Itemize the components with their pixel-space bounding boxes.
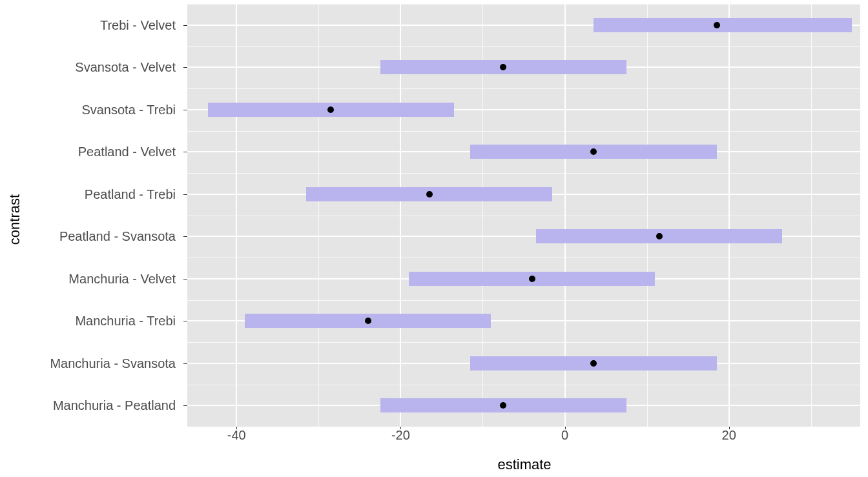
gridline-horizontal-minor xyxy=(187,173,860,174)
y-tick-mark xyxy=(183,321,187,321)
interval-bar xyxy=(594,18,852,32)
y-tick-label: Peatland - Velvet xyxy=(78,145,176,159)
estimate-point xyxy=(714,22,720,28)
x-tick-mark xyxy=(236,427,237,429)
gridline-horizontal-minor xyxy=(187,88,860,89)
gridline-horizontal-minor xyxy=(187,342,860,343)
gridline-horizontal-minor xyxy=(187,46,860,47)
plot-panel xyxy=(187,4,860,427)
chart-container: contrast Trebi - VelvetSvansota - Velvet… xyxy=(0,0,868,477)
y-tick-label: Manchuria - Velvet xyxy=(68,271,176,286)
estimate-point xyxy=(656,233,663,239)
gridline-horizontal-minor xyxy=(187,4,860,5)
y-tick-label: Peatland - Trebi xyxy=(85,187,176,201)
y-tick-mark xyxy=(183,194,187,195)
x-tick-label: 0 xyxy=(561,428,568,443)
x-axis-title: estimate xyxy=(187,456,862,473)
y-tick-label: Manchuria - Trebi xyxy=(75,314,176,329)
estimate-point xyxy=(426,191,433,198)
y-tick-label: Svansota - Trebi xyxy=(81,102,176,117)
gridline-horizontal-minor xyxy=(187,216,860,216)
gridline-horizontal-minor xyxy=(187,385,860,385)
y-tick-mark xyxy=(183,110,187,110)
x-tick-mark xyxy=(400,427,401,429)
y-tick-label: Svansota - Velvet xyxy=(75,60,176,75)
y-tick-mark xyxy=(183,236,187,237)
y-tick-mark xyxy=(183,405,187,406)
y-axis-title: contrast xyxy=(5,0,25,438)
estimate-point xyxy=(590,360,597,367)
estimate-point xyxy=(365,318,371,324)
y-tick-label: Manchuria - Svansota xyxy=(50,356,176,370)
gridline-horizontal-minor xyxy=(187,300,860,301)
gridline-horizontal-minor xyxy=(187,131,860,132)
estimate-point xyxy=(327,107,334,113)
estimate-point xyxy=(529,276,535,282)
x-tick-label: 20 xyxy=(722,428,736,443)
x-tick-mark xyxy=(729,427,730,429)
y-tick-mark xyxy=(183,25,187,26)
y-tick-labels: Trebi - VelvetSvansota - VelvetSvansota … xyxy=(26,4,181,427)
y-tick-mark xyxy=(183,67,187,68)
x-tick-labels: -40-20020 xyxy=(187,428,860,446)
gridline-horizontal-minor xyxy=(187,258,860,258)
y-tick-mark xyxy=(183,279,187,279)
gridline-horizontal-minor xyxy=(187,427,860,427)
estimate-point xyxy=(500,64,506,70)
y-tick-mark xyxy=(183,363,187,364)
y-tick-mark xyxy=(183,152,187,152)
estimate-point xyxy=(590,148,597,155)
y-tick-label: Trebi - Velvet xyxy=(100,17,176,32)
y-tick-label: Peatland - Svansota xyxy=(59,229,176,244)
x-tick-label: -40 xyxy=(227,428,246,443)
estimate-point xyxy=(500,402,506,409)
y-tick-label: Manchuria - Peatland xyxy=(53,398,176,413)
y-axis-title-text: contrast xyxy=(6,194,23,244)
x-tick-mark xyxy=(565,427,566,429)
x-tick-label: -20 xyxy=(391,428,410,443)
